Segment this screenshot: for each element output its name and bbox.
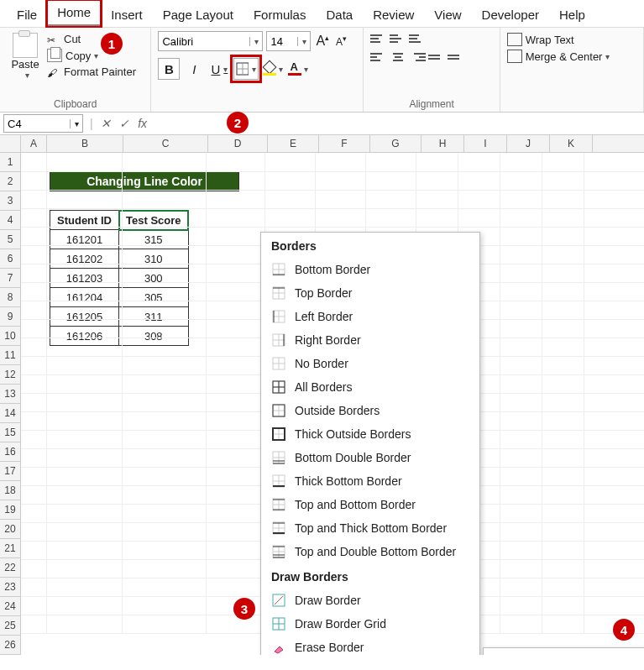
row-headers[interactable]: 1234567891011121314151617181920212223242…: [0, 153, 21, 655]
bold-button[interactable]: B: [158, 58, 180, 80]
cut-button[interactable]: Cut: [47, 31, 136, 47]
chevron-down-icon[interactable]: ▾: [252, 65, 256, 74]
row-header-6[interactable]: 6: [0, 249, 21, 269]
align-left-button[interactable]: [370, 50, 387, 65]
draw-border-item[interactable]: Draw Border: [261, 589, 479, 612]
increase-font-button[interactable]: A▴: [314, 34, 331, 49]
tab-data[interactable]: Data: [316, 3, 363, 27]
align-center-button[interactable]: [390, 50, 406, 65]
chevron-down-icon[interactable]: ▾: [605, 52, 610, 61]
row-header-21[interactable]: 21: [0, 539, 21, 558]
draw-border-grid-item[interactable]: Draw Border Grid: [261, 612, 479, 636]
erase-border-item[interactable]: Erase Border: [261, 636, 479, 655]
fill-color-button[interactable]: ▾: [262, 58, 284, 80]
col-header-K[interactable]: K: [550, 135, 593, 152]
font-size-input[interactable]: [267, 33, 297, 50]
tab-pagelayout[interactable]: Page Layout: [153, 3, 243, 27]
row-header-3[interactable]: 3: [0, 191, 21, 211]
fx-button[interactable]: fx: [134, 117, 152, 130]
font-size-combo[interactable]: ▾: [266, 31, 311, 51]
row-header-11[interactable]: 11: [0, 346, 21, 365]
col-header-B[interactable]: B: [47, 135, 123, 152]
border-item[interactable]: Top Border: [261, 281, 479, 305]
tab-insert[interactable]: Insert: [101, 3, 153, 27]
cancel-formula-button[interactable]: ✕: [97, 117, 115, 130]
increase-indent-button[interactable]: [448, 50, 464, 65]
chevron-down-icon[interactable]: ▾: [297, 37, 310, 46]
row-header-18[interactable]: 18: [0, 481, 21, 500]
column-headers[interactable]: ABCDEFGHIJK: [21, 135, 644, 153]
row-header-22[interactable]: 22: [0, 558, 21, 578]
font-name-combo[interactable]: ▾: [158, 31, 263, 51]
chevron-down-icon[interactable]: ▾: [279, 65, 283, 74]
row-header-17[interactable]: 17: [0, 462, 21, 481]
align-bottom-button[interactable]: [409, 31, 426, 46]
italic-button[interactable]: I: [183, 58, 205, 80]
borders-button[interactable]: ▾: [233, 58, 259, 80]
font-name-input[interactable]: [159, 33, 249, 50]
col-header-E[interactable]: E: [268, 135, 319, 152]
select-all-corner[interactable]: [0, 135, 21, 153]
format-painter-button[interactable]: Format Painter: [47, 64, 136, 80]
decrease-font-button[interactable]: A▾: [334, 34, 348, 48]
border-item[interactable]: Top and Double Bottom Border: [261, 540, 479, 563]
name-box[interactable]: ▾: [3, 114, 83, 133]
row-header-14[interactable]: 14: [0, 404, 21, 423]
chevron-down-icon[interactable]: ▾: [223, 65, 228, 74]
row-header-8[interactable]: 8: [0, 288, 21, 307]
merge-center-button[interactable]: Merge & Center▾: [507, 48, 636, 65]
border-item[interactable]: All Borders: [261, 375, 479, 399]
paste-button[interactable]: Paste ▾: [7, 31, 44, 80]
chevron-down-icon[interactable]: ▾: [304, 65, 308, 74]
row-header-19[interactable]: 19: [0, 500, 21, 520]
row-header-24[interactable]: 24: [0, 597, 21, 616]
col-header-C[interactable]: C: [123, 135, 208, 152]
copy-button[interactable]: Copy▾: [47, 47, 136, 64]
font-color-button[interactable]: ▾: [287, 58, 309, 80]
col-header-J[interactable]: J: [507, 135, 550, 152]
tab-formulas[interactable]: Formulas: [243, 3, 317, 27]
row-header-10[interactable]: 10: [0, 327, 21, 346]
tab-review[interactable]: Review: [363, 3, 424, 27]
tab-home[interactable]: Home: [47, 0, 101, 27]
border-item[interactable]: Outside Borders: [261, 399, 479, 422]
col-header-F[interactable]: F: [319, 135, 370, 152]
border-item[interactable]: Bottom Double Border: [261, 446, 479, 469]
border-item[interactable]: Top and Thick Bottom Border: [261, 516, 479, 540]
decrease-indent-button[interactable]: [428, 50, 445, 65]
chevron-down-icon[interactable]: ▾: [10, 71, 44, 80]
row-header-9[interactable]: 9: [0, 307, 21, 327]
row-header-1[interactable]: 1: [0, 153, 21, 172]
border-item[interactable]: Right Border: [261, 328, 479, 352]
tab-developer[interactable]: Developer: [472, 3, 549, 27]
wrap-text-button[interactable]: Wrap Text: [507, 31, 636, 48]
align-right-button[interactable]: [409, 50, 426, 65]
row-header-7[interactable]: 7: [0, 269, 21, 288]
row-header-2[interactable]: 2: [0, 172, 21, 191]
border-item[interactable]: Top and Bottom Border: [261, 493, 479, 516]
col-header-D[interactable]: D: [208, 135, 268, 152]
row-header-25[interactable]: 25: [0, 616, 21, 636]
row-header-15[interactable]: 15: [0, 423, 21, 442]
row-header-16[interactable]: 16: [0, 442, 21, 462]
row-header-26[interactable]: 26: [0, 636, 21, 655]
col-header-I[interactable]: I: [464, 135, 507, 152]
enter-formula-button[interactable]: ✓: [115, 117, 134, 130]
chevron-down-icon[interactable]: ▾: [94, 51, 98, 60]
row-header-23[interactable]: 23: [0, 578, 21, 597]
row-header-13[interactable]: 13: [0, 385, 21, 404]
border-item[interactable]: Left Border: [261, 305, 479, 328]
border-item[interactable]: Thick Outside Borders: [261, 422, 479, 446]
col-header-H[interactable]: H: [421, 135, 464, 152]
underline-button[interactable]: U▾: [208, 58, 230, 80]
align-top-button[interactable]: [370, 31, 387, 46]
tab-help[interactable]: Help: [549, 3, 595, 27]
name-box-input[interactable]: [4, 115, 70, 132]
row-header-12[interactable]: 12: [0, 365, 21, 385]
border-item[interactable]: Bottom Border: [261, 258, 479, 281]
border-item[interactable]: Thick Bottom Border: [261, 469, 479, 493]
border-item[interactable]: No Border: [261, 352, 479, 375]
col-header-G[interactable]: G: [370, 135, 421, 152]
col-header-A[interactable]: A: [21, 135, 47, 152]
chevron-down-icon[interactable]: ▾: [70, 119, 82, 128]
